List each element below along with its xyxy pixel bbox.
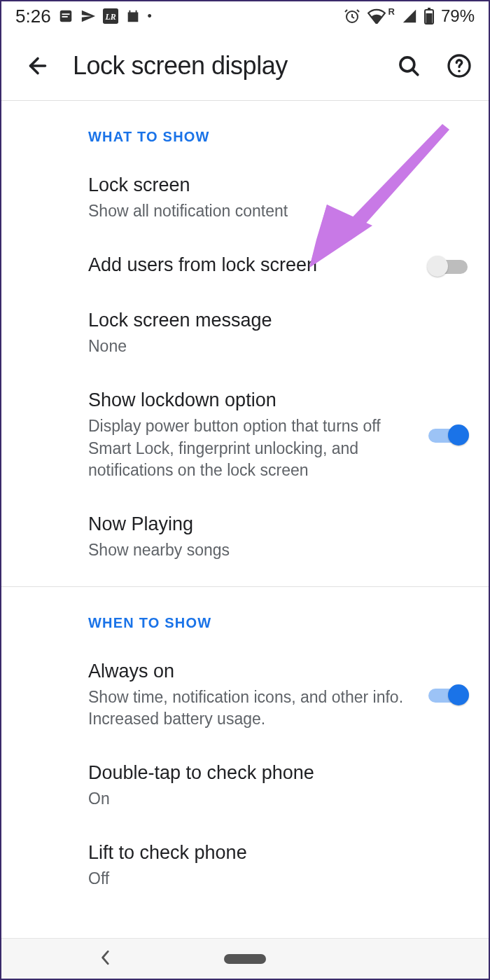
status-bar: 5:26 LR • R [1, 1, 489, 31]
more-dot-icon: • [148, 9, 152, 24]
wifi-icon [368, 8, 386, 24]
nav-home-pill[interactable] [224, 954, 266, 964]
battery-text: 79% [441, 6, 475, 26]
battery-icon [424, 8, 434, 25]
roaming-label: R [388, 6, 395, 17]
message-icon [58, 8, 74, 24]
nav-back-button[interactable] [99, 950, 112, 968]
nav-bar [1, 938, 489, 979]
item-subtitle: Show all notification content [88, 200, 468, 222]
item-subtitle: None [88, 336, 468, 357]
item-subtitle: On [88, 788, 468, 810]
item-subtitle: Display power button option that turns o… [88, 415, 414, 481]
item-title: Double-tap to check phone [88, 761, 468, 785]
item-always-on[interactable]: Always on Show time, notification icons,… [1, 644, 489, 745]
signal-icon [402, 8, 417, 24]
item-add-users[interactable]: Add users from lock screen [1, 237, 489, 293]
svg-rect-8 [426, 13, 432, 23]
item-subtitle: Off [88, 868, 468, 890]
send-icon [80, 8, 96, 24]
alarm-icon [344, 8, 360, 25]
item-subtitle: Show nearby songs [88, 539, 468, 561]
item-title: Add users from lock screen [88, 253, 414, 277]
item-title: Show lockdown option [88, 388, 414, 413]
item-title: Always on [88, 659, 414, 684]
lr-icon: LR [103, 8, 118, 24]
item-subtitle: Show time, notification icons, and other… [88, 686, 414, 730]
svg-rect-2 [62, 16, 67, 18]
item-title: Lift to check phone [88, 841, 468, 865]
item-lock-screen-message[interactable]: Lock screen message None [1, 293, 489, 373]
search-button[interactable] [393, 50, 424, 81]
svg-rect-7 [428, 8, 430, 10]
settings-list: WHAT TO SHOW Lock screen Show all notifi… [1, 101, 489, 937]
toggle-add-users[interactable] [428, 256, 468, 275]
item-lift-to-check[interactable]: Lift to check phone Off [1, 825, 489, 905]
item-title: Lock screen message [88, 308, 468, 333]
toggle-always-on[interactable] [428, 684, 468, 704]
back-button[interactable] [22, 50, 53, 81]
item-show-lockdown[interactable]: Show lockdown option Display power butto… [1, 373, 489, 496]
item-lock-screen[interactable]: Lock screen Show all notification conten… [1, 158, 489, 237]
item-now-playing[interactable]: Now Playing Show nearby songs [1, 497, 489, 577]
toggle-show-lockdown[interactable] [428, 425, 468, 444]
svg-rect-1 [62, 13, 69, 15]
section-header: WHAT TO SHOW [1, 101, 489, 158]
svg-point-11 [458, 69, 461, 72]
calendar-icon [125, 8, 141, 24]
help-button[interactable] [444, 50, 475, 81]
item-title: Now Playing [88, 512, 468, 537]
page-title: Lock screen display [73, 51, 374, 81]
status-time: 5:26 [15, 6, 51, 27]
app-bar: Lock screen display [1, 31, 489, 101]
item-title: Lock screen [88, 173, 468, 198]
svg-text:LR: LR [104, 12, 115, 22]
item-double-tap[interactable]: Double-tap to check phone On [1, 745, 489, 825]
section-header: WHEN TO SHOW [1, 587, 489, 644]
